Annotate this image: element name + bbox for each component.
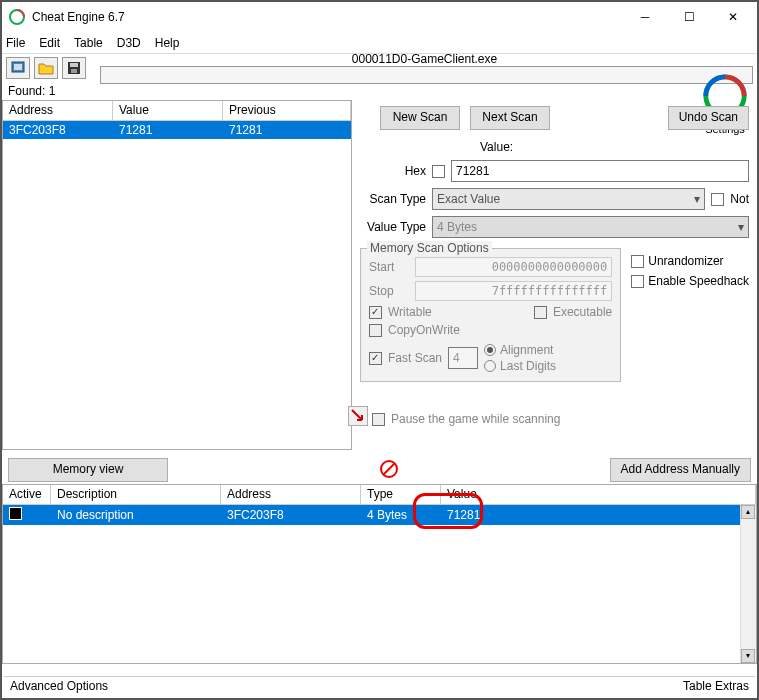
result-address: 3FC203F8	[3, 121, 113, 139]
stop-icon[interactable]	[379, 459, 399, 482]
result-value: 71281	[113, 121, 223, 139]
memory-view-button[interactable]: Memory view	[8, 458, 168, 482]
add-address-manually-button[interactable]: Add Address Manually	[610, 458, 751, 482]
pause-label: Pause the game while scanning	[391, 412, 560, 426]
value-input[interactable]	[451, 160, 749, 182]
svg-line-8	[383, 463, 395, 475]
window-title: Cheat Engine 6.7	[32, 10, 623, 24]
close-button[interactable]: ✕	[711, 3, 755, 31]
hex-checkbox[interactable]	[432, 165, 445, 178]
found-count: Found: 1	[2, 82, 757, 100]
alignment-radio	[484, 344, 496, 356]
scan-results-panel: Address Value Previous 3FC203F8 71281 71…	[2, 100, 352, 450]
start-value: 0000000000000000	[415, 257, 612, 277]
undo-scan-button[interactable]: Undo Scan	[668, 106, 749, 130]
table-extras-label[interactable]: Table Extras	[683, 679, 749, 694]
scroll-up-icon[interactable]: ▴	[741, 505, 755, 519]
address-list: Active Description Address Type Value No…	[2, 484, 757, 664]
fast-scan-value	[448, 347, 478, 369]
titlebar: Cheat Engine 6.7 ─ ☐ ✕	[2, 2, 757, 32]
column-address[interactable]: Address	[3, 101, 113, 120]
svg-rect-4	[70, 63, 78, 67]
speedhack-label: Enable Speedhack	[648, 274, 749, 288]
next-scan-button[interactable]: Next Scan	[470, 106, 550, 130]
value-type-label: Value Type	[360, 220, 426, 234]
svg-rect-5	[71, 69, 77, 73]
memory-scan-options-title: Memory Scan Options	[367, 241, 492, 255]
svg-rect-2	[14, 64, 22, 70]
progress-bar	[100, 66, 753, 84]
writable-label: Writable	[388, 305, 432, 319]
speedhack-checkbox[interactable]	[631, 275, 644, 288]
row-description: No description	[51, 508, 221, 522]
fast-scan-checkbox	[369, 352, 382, 365]
pause-checkbox	[372, 413, 385, 426]
menu-file[interactable]: File	[6, 36, 25, 50]
col-address[interactable]: Address	[221, 485, 361, 504]
fast-scan-label: Fast Scan	[388, 351, 442, 365]
row-value: 71281	[441, 508, 756, 522]
advanced-options-label[interactable]: Advanced Options	[10, 679, 108, 694]
menu-d3d[interactable]: D3D	[117, 36, 141, 50]
row-address: 3FC203F8	[221, 508, 361, 522]
attached-process-label: 000011D0-GameClient.exe	[96, 52, 753, 66]
row-type: 4 Bytes	[361, 508, 441, 522]
col-active[interactable]: Active	[3, 485, 51, 504]
open-file-button[interactable]	[34, 57, 58, 79]
menu-table[interactable]: Table	[74, 36, 103, 50]
menubar: File Edit Table D3D Help	[2, 32, 757, 54]
not-label: Not	[730, 192, 749, 206]
menu-edit[interactable]: Edit	[39, 36, 60, 50]
add-to-list-button[interactable]	[348, 406, 368, 426]
col-value[interactable]: Value	[441, 485, 756, 504]
new-scan-button[interactable]: New Scan	[380, 106, 460, 130]
minimize-button[interactable]: ─	[623, 3, 667, 31]
executable-label: Executable	[553, 305, 612, 319]
value-type-select: 4 Bytes	[432, 216, 749, 238]
unrandomizer-label: Unrandomizer	[648, 254, 723, 268]
app-icon	[8, 8, 26, 26]
maximize-button[interactable]: ☐	[667, 3, 711, 31]
result-row[interactable]: 3FC203F8 71281 71281	[3, 121, 351, 139]
writable-checkbox	[369, 306, 382, 319]
not-checkbox[interactable]	[711, 193, 724, 206]
table-row[interactable]: No description 3FC203F8 4 Bytes 71281	[3, 505, 756, 525]
executable-checkbox	[534, 306, 547, 319]
copyonwrite-label: CopyOnWrite	[388, 323, 460, 337]
menu-help[interactable]: Help	[155, 36, 180, 50]
stop-value: 7fffffffffffffff	[415, 281, 612, 301]
scroll-down-icon[interactable]: ▾	[741, 649, 755, 663]
hex-label: Hex	[360, 164, 426, 178]
col-description[interactable]: Description	[51, 485, 221, 504]
result-prev: 71281	[223, 121, 351, 139]
copyonwrite-checkbox	[369, 324, 382, 337]
scan-type-label: Scan Type	[360, 192, 426, 206]
scan-options-panel: New Scan Next Scan Undo Scan Value: Hex …	[352, 100, 757, 450]
start-label: Start	[369, 260, 409, 274]
active-checkbox[interactable]	[9, 507, 22, 520]
value-label: Value:	[480, 140, 513, 154]
last-digits-radio	[484, 360, 496, 372]
scan-type-select[interactable]: Exact Value	[432, 188, 705, 210]
column-value[interactable]: Value	[113, 101, 223, 120]
save-button[interactable]	[62, 57, 86, 79]
col-type[interactable]: Type	[361, 485, 441, 504]
scrollbar[interactable]: ▴ ▾	[740, 505, 756, 663]
stop-label: Stop	[369, 284, 409, 298]
unrandomizer-checkbox[interactable]	[631, 255, 644, 268]
column-previous[interactable]: Previous	[223, 101, 351, 120]
open-process-button[interactable]	[6, 57, 30, 79]
